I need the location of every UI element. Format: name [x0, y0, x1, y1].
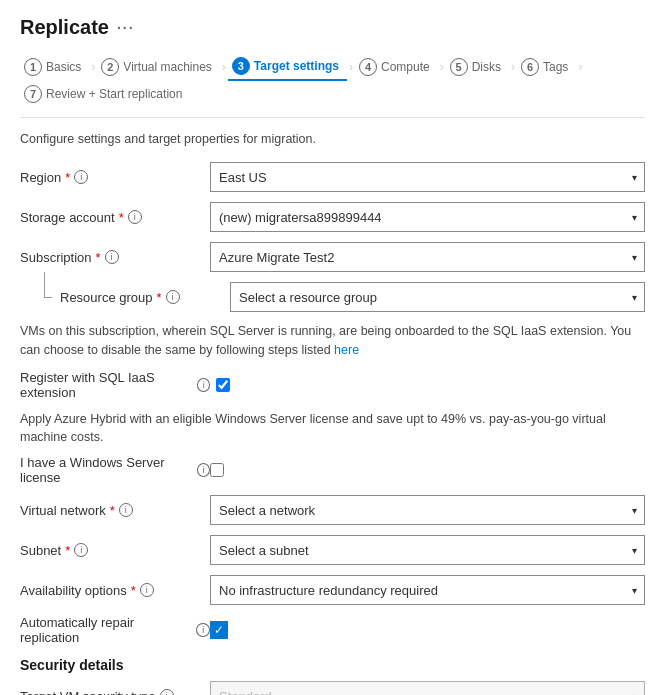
register-sql-info-icon[interactable]: i [197, 378, 210, 392]
register-sql-row: Register with SQL IaaS extension i [20, 370, 645, 400]
step-tags[interactable]: 6 Tags [517, 54, 576, 80]
virtual-network-label: Virtual network * i [20, 503, 210, 518]
region-select-wrapper: East US ▾ [210, 162, 645, 192]
subscription-row: Subscription * i Azure Migrate Test2 ▾ [20, 242, 645, 272]
target-vm-select[interactable]: Standard [210, 681, 645, 695]
subnet-select[interactable]: Select a subnet [210, 535, 645, 565]
subscription-info-icon[interactable]: i [105, 250, 119, 264]
resource-group-select-wrapper: Select a resource group ▾ [230, 282, 645, 312]
resource-group-label: Resource group * i [60, 290, 230, 305]
storage-row: Storage account * i (new) migratersa8998… [20, 202, 645, 232]
virtual-network-info-icon[interactable]: i [119, 503, 133, 517]
target-vm-select-wrapper: Standard ▾ [210, 681, 645, 695]
step-review[interactable]: 7 Review + Start replication [20, 81, 190, 107]
region-label: Region * i [20, 170, 210, 185]
windows-license-row: I have a Windows Server license i [20, 455, 645, 485]
subnet-info-icon[interactable]: i [74, 543, 88, 557]
subscription-select-wrapper: Azure Migrate Test2 ▾ [210, 242, 645, 272]
storage-select[interactable]: (new) migratersa899899444 [210, 202, 645, 232]
virtual-network-select[interactable]: Select a network [210, 495, 645, 525]
subnet-select-wrapper: Select a subnet ▾ [210, 535, 645, 565]
windows-license-info-icon[interactable]: i [197, 463, 210, 477]
subscription-label: Subscription * i [20, 250, 210, 265]
resource-group-row: Resource group * i Select a resource gro… [20, 282, 645, 312]
windows-license-checkbox[interactable] [210, 463, 224, 477]
virtual-network-row: Virtual network * i Select a network ▾ [20, 495, 645, 525]
wizard-steps: 1 Basics › 2 Virtual machines › 3 Target… [20, 53, 645, 118]
region-info-icon[interactable]: i [74, 170, 88, 184]
storage-info-icon[interactable]: i [128, 210, 142, 224]
subnet-row: Subnet * i Select a subnet ▾ [20, 535, 645, 565]
sql-here-link[interactable]: here [334, 343, 359, 357]
availability-select[interactable]: No infrastructure redundancy required [210, 575, 645, 605]
region-select[interactable]: East US [210, 162, 645, 192]
region-row: Region * i East US ▾ [20, 162, 645, 192]
virtual-network-select-wrapper: Select a network ▾ [210, 495, 645, 525]
step-compute[interactable]: 4 Compute [355, 54, 438, 80]
windows-license-label: I have a Windows Server license i [20, 455, 210, 485]
storage-label: Storage account * i [20, 210, 210, 225]
step-virtual-machines[interactable]: 2 Virtual machines [97, 54, 220, 80]
availability-select-wrapper: No infrastructure redundancy required ▾ [210, 575, 645, 605]
target-vm-info-icon[interactable]: i [160, 689, 174, 695]
register-sql-label: Register with SQL IaaS extension i [20, 370, 210, 400]
target-vm-row: Target VM security type i Standard ▾ [20, 681, 645, 695]
form-description: Configure settings and target properties… [20, 132, 645, 146]
step-disks[interactable]: 5 Disks [446, 54, 509, 80]
subscription-select[interactable]: Azure Migrate Test2 [210, 242, 645, 272]
availability-label: Availability options * i [20, 583, 210, 598]
auto-repair-info-icon[interactable]: i [196, 623, 210, 637]
security-section-header: Security details [20, 657, 645, 673]
step-target-settings[interactable]: 3 Target settings [228, 53, 347, 81]
subnet-label: Subnet * i [20, 543, 210, 558]
resource-group-select[interactable]: Select a resource group [230, 282, 645, 312]
auto-repair-checkbox[interactable] [210, 621, 228, 639]
register-sql-checkbox[interactable] [216, 378, 230, 392]
resource-group-info-icon[interactable]: i [166, 290, 180, 304]
availability-info-icon[interactable]: i [140, 583, 154, 597]
title-ellipsis: ··· [117, 20, 135, 36]
azure-hybrid-text: Apply Azure Hybrid with an eligible Wind… [20, 410, 645, 448]
auto-repair-label: Automatically repair replication i [20, 615, 210, 645]
sql-info-box: VMs on this subscription, wherein SQL Se… [20, 322, 645, 360]
availability-row: Availability options * i No infrastructu… [20, 575, 645, 605]
target-vm-label: Target VM security type i [20, 689, 210, 696]
page-title: Replicate ··· [20, 16, 645, 39]
auto-repair-row: Automatically repair replication i [20, 615, 645, 645]
step-basics[interactable]: 1 Basics [20, 54, 89, 80]
storage-select-wrapper: (new) migratersa899899444 ▾ [210, 202, 645, 232]
